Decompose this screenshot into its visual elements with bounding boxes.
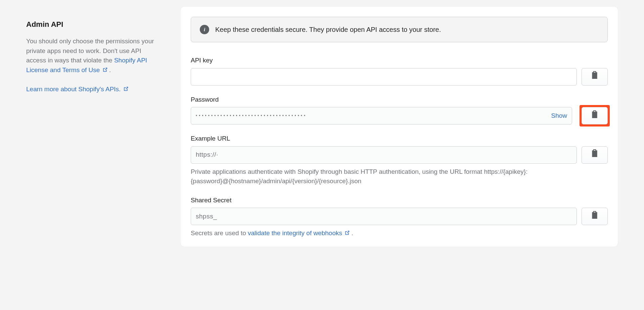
- field-shared-secret: Shared Secret shpss_ Secrets are used to…: [191, 196, 608, 239]
- clipboard-icon: [591, 110, 598, 121]
- sidebar-description: You should only choose the permissions y…: [26, 37, 160, 75]
- password-input[interactable]: •••••••••••••••••••••••••••••••••••• Sho…: [191, 107, 572, 124]
- shared-secret-input[interactable]: shpss_: [191, 208, 577, 225]
- example-url-label: Example URL: [191, 134, 608, 144]
- field-example-url: Example URL https://· Private applicatio…: [191, 134, 608, 186]
- external-link-icon: [344, 229, 350, 239]
- field-api-key: API key: [191, 56, 608, 86]
- external-link-icon: [102, 66, 107, 75]
- shared-secret-help: Secrets are used to validate the integri…: [191, 228, 608, 239]
- banner-text: Keep these credentials secure. They prov…: [215, 24, 441, 35]
- copy-example-url-button[interactable]: [582, 146, 608, 164]
- password-label: Password: [191, 95, 608, 105]
- validate-webhooks-link[interactable]: validate the integrity of webhooks: [248, 229, 352, 237]
- shared-secret-value: shpss_: [196, 212, 572, 221]
- clipboard-icon: [591, 149, 598, 160]
- example-url-value: https://·: [196, 150, 572, 160]
- credentials-card: i Keep these credentials secure. They pr…: [181, 7, 618, 247]
- sidebar-title: Admin API: [26, 19, 160, 30]
- learn-more-paragraph: Learn more about Shopify's APIs.: [26, 85, 160, 95]
- api-key-input[interactable]: [191, 68, 577, 86]
- field-password: Password •••••••••••••••••••••••••••••••…: [191, 95, 608, 125]
- example-url-input[interactable]: https://·: [191, 146, 577, 164]
- info-icon: i: [200, 25, 209, 34]
- api-key-label: API key: [191, 56, 608, 65]
- clipboard-icon: [591, 71, 598, 82]
- example-url-help: Private applications authenticate with S…: [191, 167, 608, 186]
- learn-more-link[interactable]: Learn more about Shopify's APIs.: [26, 86, 128, 93]
- copy-shared-secret-button[interactable]: [582, 208, 608, 225]
- show-password-button[interactable]: Show: [551, 111, 567, 121]
- copy-password-button[interactable]: [582, 107, 608, 124]
- copy-api-key-button[interactable]: [582, 68, 608, 86]
- shared-secret-label: Shared Secret: [191, 196, 608, 205]
- security-banner: i Keep these credentials secure. They pr…: [191, 17, 608, 42]
- password-value: ••••••••••••••••••••••••••••••••••••: [196, 113, 547, 119]
- admin-api-sidebar: Admin API You should only choose the per…: [26, 7, 160, 104]
- clipboard-icon: [591, 211, 598, 222]
- external-link-icon: [123, 85, 128, 95]
